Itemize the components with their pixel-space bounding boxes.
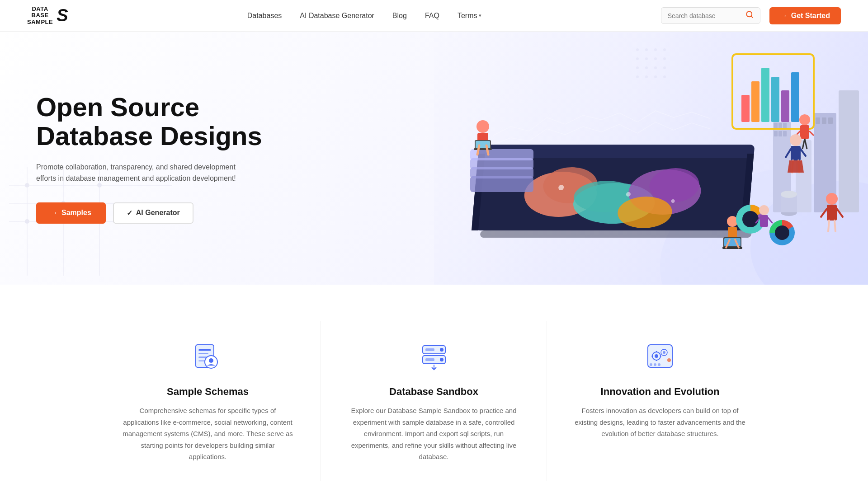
svg-rect-44	[839, 90, 859, 212]
svg-rect-34	[778, 123, 782, 128]
svg-point-111	[759, 205, 769, 215]
header-right: → Get Started	[661, 7, 841, 24]
chevron-down-icon: ▾	[479, 13, 481, 19]
hero-subtitle: Promote collaboration, transparency, and…	[36, 161, 240, 184]
hero-title: Open Source Database Designs	[36, 93, 271, 150]
ai-generator-label: AI Generator	[136, 209, 180, 217]
svg-rect-42	[822, 117, 826, 124]
logo-text: DATA BASE SAMPLE	[27, 6, 53, 25]
arrow-icon: →	[51, 209, 58, 217]
svg-rect-88	[791, 146, 801, 160]
svg-point-139	[654, 363, 656, 366]
svg-point-133	[663, 351, 665, 354]
checkmark-icon: ✓	[127, 209, 132, 217]
svg-point-140	[658, 363, 660, 366]
svg-point-110	[775, 225, 789, 240]
search-button[interactable]	[745, 10, 754, 21]
svg-line-105	[828, 221, 829, 231]
svg-point-124	[440, 348, 443, 352]
feature-desc-schemas: Comprehensive schemas for specific types…	[122, 405, 293, 463]
svg-rect-126	[425, 348, 434, 351]
sample-schemas-icon	[190, 339, 226, 375]
get-started-label: Get Started	[791, 12, 830, 20]
svg-line-1	[751, 16, 752, 17]
feature-desc-sandbox: Explore our Database Sample Sandbox to p…	[348, 405, 519, 463]
logo-s-icon: S	[57, 6, 68, 25]
site-header: DATA BASE SAMPLE S Databases AI Database…	[0, 0, 868, 32]
svg-rect-54	[791, 72, 799, 122]
search-bar[interactable]	[661, 7, 760, 24]
svg-point-55	[799, 114, 810, 125]
samples-button[interactable]: → Samples	[36, 202, 106, 224]
get-started-button[interactable]: → Get Started	[769, 7, 841, 24]
svg-rect-50	[751, 81, 760, 122]
svg-rect-112	[760, 215, 768, 227]
feature-card-sandbox: Database Sandbox Explore our Database Sa…	[321, 321, 547, 481]
nav-ai-generator[interactable]: AI Database Generator	[300, 12, 374, 20]
svg-rect-79	[470, 149, 533, 160]
svg-rect-127	[425, 358, 434, 361]
hero-svg	[434, 32, 868, 285]
main-nav: Databases AI Database Generator Blog FAQ…	[247, 12, 482, 20]
nav-terms-dropdown[interactable]: Terms ▾	[458, 12, 482, 20]
svg-point-138	[650, 363, 652, 366]
svg-rect-51	[761, 68, 769, 122]
svg-rect-38	[783, 131, 787, 136]
nav-terms-label: Terms	[458, 12, 477, 20]
hero-illustration	[434, 32, 868, 285]
svg-rect-41	[816, 117, 820, 124]
svg-rect-37	[778, 131, 782, 136]
arrow-right-icon: →	[780, 12, 788, 20]
feature-desc-innovation: Fosters innovation as developers can bui…	[574, 405, 746, 440]
hero-content: Open Source Database Designs Promote col…	[0, 66, 307, 251]
svg-rect-116	[198, 349, 211, 351]
svg-rect-36	[774, 131, 778, 136]
svg-rect-49	[741, 95, 750, 122]
feature-card-sample-schemas: Sample Schemas Comprehensive schemas for…	[95, 321, 321, 481]
logo[interactable]: DATA BASE SAMPLE S	[27, 6, 68, 25]
database-sandbox-icon	[416, 339, 452, 375]
svg-point-108	[742, 211, 759, 227]
svg-rect-35	[783, 123, 787, 128]
search-icon	[745, 10, 754, 19]
svg-point-101	[826, 193, 838, 205]
hero-section: Open Source Database Designs Promote col…	[0, 32, 868, 285]
svg-point-87	[790, 134, 802, 146]
feature-card-innovation: Innovation and Evolution Fosters innovat…	[547, 321, 773, 481]
svg-rect-33	[774, 123, 778, 128]
svg-point-121	[209, 358, 213, 363]
svg-line-106	[835, 221, 835, 231]
svg-rect-84	[474, 148, 492, 150]
svg-rect-52	[771, 77, 779, 122]
svg-rect-43	[828, 117, 833, 124]
nav-databases[interactable]: Databases	[247, 12, 282, 20]
svg-point-80	[476, 120, 489, 133]
samples-label: Samples	[61, 209, 91, 217]
svg-rect-61	[480, 230, 751, 238]
nav-faq[interactable]: FAQ	[425, 12, 439, 20]
feature-title-schemas: Sample Schemas	[122, 386, 293, 398]
innovation-icon	[642, 339, 678, 375]
svg-rect-76	[470, 176, 533, 192]
search-input[interactable]	[668, 12, 742, 19]
hero-buttons: → Samples ✓ AI Generator	[36, 202, 271, 224]
ai-generator-button[interactable]: ✓ AI Generator	[113, 202, 193, 224]
feature-title-innovation: Innovation and Evolution	[574, 386, 746, 398]
svg-point-125	[440, 358, 443, 361]
svg-rect-53	[781, 90, 789, 122]
svg-rect-117	[198, 353, 208, 354]
feature-title-sandbox: Database Sandbox	[348, 386, 519, 398]
svg-rect-56	[800, 125, 809, 139]
features-section: Sample Schemas Comprehensive schemas for…	[0, 285, 868, 488]
nav-blog[interactable]: Blog	[392, 12, 407, 20]
svg-point-141	[667, 358, 671, 362]
svg-point-131	[655, 354, 658, 358]
svg-marker-93	[788, 160, 804, 173]
svg-point-47	[781, 191, 797, 198]
svg-rect-102	[827, 205, 837, 221]
